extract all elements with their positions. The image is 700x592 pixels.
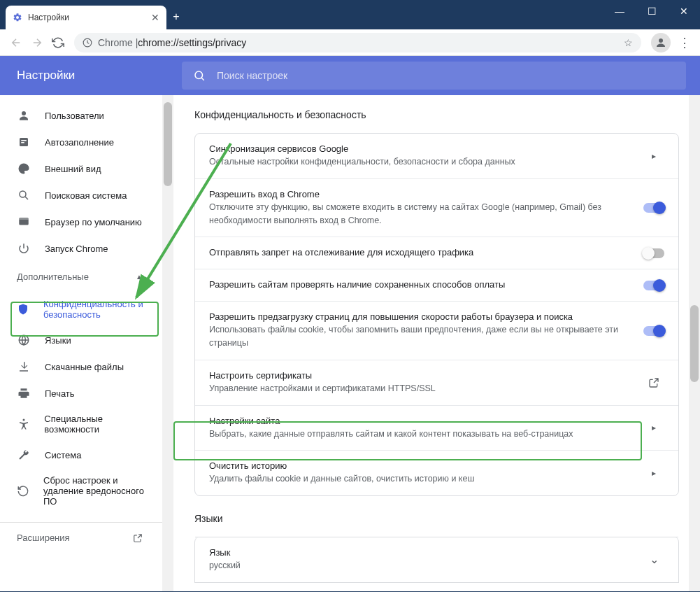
- forward-button[interactable]: [27, 32, 48, 53]
- sidebar-scrollbar[interactable]: [162, 95, 173, 591]
- toggle-dnt[interactable]: [643, 248, 664, 258]
- row-sync[interactable]: Синхронизация сервисов GoogleОстальные н…: [195, 134, 678, 178]
- sidebar-label: Сброс настроек и удаление вредоносного П…: [43, 475, 157, 507]
- sidebar-item-reset[interactable]: Сброс настроек и удаление вредоносного П…: [0, 468, 157, 514]
- sidebar-item-system[interactable]: Система: [0, 442, 157, 468]
- svg-point-11: [22, 419, 24, 421]
- sidebar-label: Браузер по умолчанию: [45, 217, 142, 227]
- section-title-languages: Языки: [194, 513, 679, 524]
- row-preload[interactable]: Разрешить предзагрузку страниц для повыш…: [195, 301, 678, 360]
- settings-main: Конфиденциальность и безопасность Синхро…: [173, 95, 700, 591]
- new-tab-button[interactable]: +: [166, 7, 186, 27]
- sidebar-label: Автозаполнение: [45, 137, 114, 148]
- close-window-button[interactable]: ✕: [668, 0, 700, 22]
- search-icon: [193, 69, 206, 82]
- sidebar-label: Поисковая система: [45, 190, 127, 201]
- gear-icon: [13, 13, 22, 22]
- sidebar-item-autofill[interactable]: Автозаполнение: [0, 129, 157, 155]
- browser-icon: [17, 216, 31, 228]
- sidebar-item-accessibility[interactable]: Специальные возможности: [0, 407, 157, 442]
- url-path: chrome://settings/privacy: [138, 37, 246, 48]
- advanced-label: Дополнительные: [17, 272, 89, 282]
- sidebar-extensions[interactable]: Расширения: [0, 522, 173, 553]
- bookmark-icon[interactable]: ☆: [624, 37, 633, 48]
- settings-header: Настройки Поиск настроек: [0, 56, 700, 95]
- sidebar-label: Пользователи: [45, 111, 104, 121]
- sidebar-label: Скачанные файлы: [45, 362, 124, 372]
- privacy-card: Синхронизация сервисов GoogleОстальные н…: [194, 133, 679, 496]
- minimize-button[interactable]: —: [603, 0, 636, 22]
- browser-tab[interactable]: Настройки ✕: [6, 6, 166, 29]
- palette-icon: [17, 162, 31, 175]
- row-certs[interactable]: Настроить сертификатыУправление настройк…: [195, 360, 678, 405]
- row-site-settings[interactable]: Настройки сайтаВыбрать, какие данные отп…: [195, 405, 678, 451]
- svg-point-1: [659, 38, 663, 43]
- sidebar-label: Конфиденциальность и безопасность: [43, 299, 157, 320]
- sidebar-item-users[interactable]: Пользователи: [0, 102, 157, 129]
- row-payment[interactable]: Разрешить сайтам проверять наличие сохра…: [195, 269, 678, 301]
- sidebar-label: Специальные возможности: [44, 414, 157, 435]
- close-tab-icon[interactable]: ✕: [151, 12, 159, 23]
- chevron-right-icon: ▸: [643, 468, 664, 478]
- sidebar-label: Внешний вид: [45, 164, 101, 174]
- svg-point-7: [20, 191, 26, 197]
- wrench-icon: [17, 449, 31, 461]
- sidebar-advanced-toggle[interactable]: Дополнительные ▲: [0, 262, 173, 292]
- search-placeholder: Поиск настроек: [217, 70, 287, 81]
- row-signin[interactable]: Разрешить вход в ChromeОтключите эту фун…: [195, 178, 678, 237]
- print-icon: [17, 387, 31, 400]
- settings-header-title: Настройки: [17, 69, 182, 83]
- power-icon: [17, 242, 31, 255]
- settings-search[interactable]: Поиск настроек: [182, 62, 686, 90]
- autofill-icon: [17, 136, 31, 148]
- settings-sidebar: Пользователи Автозаполнение Внешний вид …: [0, 95, 173, 591]
- row-clear-history[interactable]: Очистить историюУдалить файлы cookie и д…: [195, 450, 678, 495]
- sidebar-item-startup[interactable]: Запуск Chrome: [0, 235, 157, 262]
- reload-button[interactable]: [48, 32, 69, 53]
- svg-rect-5: [21, 140, 27, 141]
- sidebar-item-languages[interactable]: Языки: [0, 327, 157, 353]
- sidebar-item-default-browser[interactable]: Браузер по умолчанию: [0, 209, 157, 235]
- site-info-icon[interactable]: [83, 38, 92, 48]
- toggle-preload[interactable]: [643, 326, 664, 336]
- sidebar-item-search[interactable]: Поисковая система: [0, 182, 157, 209]
- person-icon: [17, 109, 31, 122]
- browser-menu-icon[interactable]: ⋮: [675, 35, 694, 50]
- row-language[interactable]: Языкрусский ⌄: [195, 537, 678, 582]
- window-controls: — ☐ ✕: [603, 0, 700, 22]
- section-title: Конфиденциальность и безопасность: [194, 109, 679, 120]
- profile-avatar[interactable]: [651, 33, 671, 52]
- main-scrollbar[interactable]: [689, 95, 700, 591]
- sidebar-item-appearance[interactable]: Внешний вид: [0, 155, 157, 182]
- row-dnt[interactable]: Отправлять запрет на отслеживание для ис…: [195, 237, 678, 269]
- sidebar-item-downloads[interactable]: Скачанные файлы: [0, 353, 157, 380]
- svg-point-2: [195, 71, 203, 79]
- svg-rect-6: [21, 142, 24, 143]
- browser-toolbar: Chrome | chrome://settings/privacy ☆ ⋮: [0, 29, 700, 56]
- sidebar-label: Запуск Chrome: [45, 244, 108, 254]
- search-icon: [17, 189, 31, 202]
- globe-icon: [17, 334, 31, 346]
- shield-icon: [17, 303, 29, 316]
- accessibility-icon: [17, 418, 30, 430]
- back-button[interactable]: [6, 32, 27, 53]
- sidebar-item-privacy[interactable]: Конфиденциальность и безопасность: [0, 292, 157, 327]
- toggle-signin[interactable]: [643, 203, 664, 213]
- svg-point-3: [22, 111, 26, 115]
- sidebar-item-print[interactable]: Печать: [0, 380, 157, 407]
- maximize-button[interactable]: ☐: [636, 0, 668, 22]
- sidebar-label: Языки: [45, 335, 71, 346]
- chevron-right-icon: ▸: [643, 423, 664, 432]
- url-prefix: Chrome |: [98, 37, 138, 48]
- download-icon: [17, 360, 31, 373]
- sidebar-label: Система: [45, 450, 81, 460]
- chevron-down-icon: ⌄: [643, 553, 664, 566]
- address-bar[interactable]: Chrome | chrome://settings/privacy ☆: [74, 33, 641, 52]
- chevron-right-icon: ▸: [643, 151, 664, 161]
- launch-icon: [643, 377, 664, 388]
- window-titlebar: Настройки ✕ + — ☐ ✕: [0, 0, 700, 29]
- extensions-label: Расширения: [17, 533, 70, 543]
- toggle-payment[interactable]: [643, 281, 664, 290]
- chevron-up-icon: ▲: [136, 273, 143, 281]
- tab-title: Настройки: [28, 13, 69, 22]
